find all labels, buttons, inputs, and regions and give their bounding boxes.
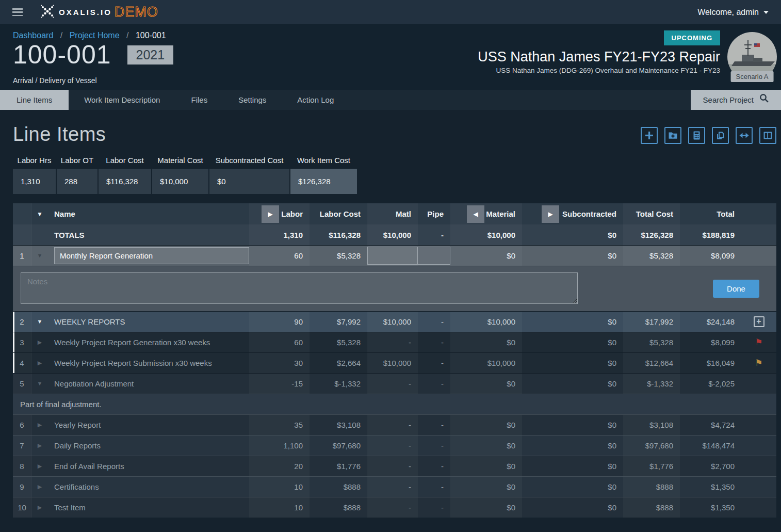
project-year-badge: 2021 (127, 45, 174, 65)
row-expander[interactable] (31, 456, 48, 476)
duplicate-button[interactable] (712, 127, 729, 144)
cell-labor: 20 (249, 456, 310, 476)
row-number: 6 (13, 415, 31, 435)
collapse-all-toggle[interactable] (31, 203, 48, 224)
row-action-cell: ⚑ (741, 332, 776, 352)
cell-subcontracted: $0 (522, 353, 623, 373)
line-item-row[interactable]: 7Daily Reports1,100$97,680--$0$0$97,680$… (13, 435, 776, 456)
cell-total: $1,350 (680, 497, 741, 518)
matl-input[interactable] (367, 247, 418, 265)
cell-labor: 1,310 (249, 224, 310, 245)
cell-labor-cost: $5,328 (310, 246, 367, 266)
totals-row: TOTALS1,310$116,328$10,000-$10,000$0$126… (13, 224, 776, 245)
tab-files[interactable]: Files (175, 90, 223, 110)
project-code: 100-001 (13, 41, 111, 69)
breadcrumb-separator: / (60, 31, 62, 40)
collapse-material-columns-button[interactable] (467, 205, 484, 223)
cell-material: $0 (450, 477, 522, 497)
tab-line-items[interactable]: Line Items (0, 90, 69, 110)
row-expander[interactable] (31, 497, 48, 518)
cell-pipe: - (418, 374, 450, 394)
row-expander[interactable] (31, 374, 48, 394)
cell-subcontracted: $0 (522, 312, 623, 332)
stat-label: Subcontracted Cost (209, 156, 289, 165)
menu-icon[interactable] (12, 8, 23, 16)
line-item-row[interactable]: 9Certifications10$888--$0$0$888$1,350 (13, 476, 776, 497)
cell-subcontracted: $0 (522, 415, 623, 435)
project-avatar[interactable]: Scenario A (727, 32, 777, 82)
project-subtitle: USS Nathan James (DDG-269) Overhaul and … (478, 67, 720, 74)
line-item-row[interactable]: 3Weekly Project Report Generation x30 we… (13, 332, 776, 352)
cell-labor-cost: $116,328 (310, 224, 367, 245)
stat-label: Labor OT (57, 156, 97, 165)
row-number: 5 (13, 374, 31, 394)
cell-labor-cost: $888 (310, 477, 367, 497)
row-expander[interactable] (31, 312, 48, 332)
cell-pipe: - (418, 477, 450, 497)
add-child-icon[interactable]: + (754, 316, 764, 327)
row-expander[interactable] (31, 246, 48, 266)
line-item-row[interactable]: 10Test Item10$888--$0$0$888$1,350 (13, 497, 776, 518)
row-expander[interactable] (31, 332, 48, 352)
breadcrumb-dashboard[interactable]: Dashboard (13, 31, 53, 40)
cell-pipe: - (418, 456, 450, 476)
add-group-button[interactable] (664, 127, 681, 144)
item-name: Weekly Project Report Generation x30 wee… (48, 332, 249, 352)
cell-total-cost: $97,680 (623, 436, 680, 456)
chevron-right-icon (38, 463, 42, 469)
row-number: 8 (13, 456, 31, 476)
item-name: TOTALS (48, 224, 249, 245)
done-button[interactable]: Done (713, 280, 759, 298)
line-item-row[interactable]: 4Weekly Project Report Submission x30 we… (13, 352, 776, 373)
calculator-button[interactable] (688, 127, 705, 144)
line-items-page: Line Items Labor Hrs Labor O (0, 110, 781, 532)
cell-labor: 10 (249, 477, 310, 497)
row-expander[interactable] (31, 353, 48, 373)
cell-total: $16,049 (680, 353, 741, 373)
line-item-row[interactable]: 5Negotiation Adjustment-15$-1,332--$0$0$… (13, 373, 776, 394)
breadcrumb-separator: / (126, 31, 128, 40)
cell-material: $10,000 (450, 312, 522, 332)
welcome-text: Welcome, admin (697, 8, 759, 17)
pipe-input[interactable] (418, 247, 450, 265)
cell-labor: 30 (249, 353, 310, 373)
cell-labor-cost: $888 (310, 497, 367, 518)
row-expander[interactable] (31, 436, 48, 456)
flag-icon[interactable]: ⚑ (755, 337, 762, 348)
row-expander[interactable] (31, 415, 48, 435)
resize-columns-button[interactable] (736, 127, 753, 144)
chevron-right-icon (38, 443, 42, 448)
line-item-row[interactable]: 6Yearly Report35$3,108--$0$0$3,108$4,724 (13, 414, 776, 435)
header-material-label: Material (486, 209, 515, 218)
line-item-row[interactable]: 2WEEKLY REPORTS90$7,992$10,000-$10,000$0… (13, 311, 776, 332)
cell-matl: - (367, 332, 418, 352)
user-menu[interactable]: Welcome, admin (697, 8, 769, 17)
tab-action-log[interactable]: Action Log (282, 90, 349, 110)
brand-demo-label: DEMO (115, 5, 158, 19)
breadcrumb-project-home[interactable]: Project Home (70, 31, 120, 40)
expand-labor-columns-button[interactable] (262, 205, 279, 223)
item-name: Daily Reports (48, 436, 249, 456)
tab-settings[interactable]: Settings (223, 90, 282, 110)
tab-work-item-description[interactable]: Work Item Description (69, 90, 175, 110)
scenario-badge[interactable]: Scenario A (731, 71, 774, 82)
flag-icon[interactable]: ⚑ (755, 358, 762, 368)
cell-material: $0 (450, 497, 522, 518)
item-name-input[interactable] (54, 247, 249, 264)
notes-input[interactable] (21, 272, 578, 304)
line-item-row[interactable]: 160$5,328$0$0$5,328$8,099 (13, 245, 776, 266)
cell-total-cost: $-1,332 (623, 374, 680, 394)
line-item-row[interactable]: 8End of Avail Reports20$1,776--$0$0$1,77… (13, 456, 776, 476)
column-layout-button[interactable] (759, 127, 776, 144)
row-expander[interactable] (31, 477, 48, 497)
expand-subcontracted-columns-button[interactable] (542, 205, 559, 223)
add-line-item-button[interactable] (641, 127, 658, 144)
row-number: 4 (13, 353, 31, 373)
search-project-button[interactable]: Search Project (691, 90, 781, 110)
cell-matl: - (367, 415, 418, 435)
header-labor-cost: Labor Cost (310, 203, 367, 224)
cell-total: $188,819 (680, 224, 741, 245)
project-title: USS Nathan James FY21-FY23 Repair (478, 49, 720, 65)
stat-label: Labor Hrs (13, 156, 56, 165)
cell-matl: - (367, 456, 418, 476)
